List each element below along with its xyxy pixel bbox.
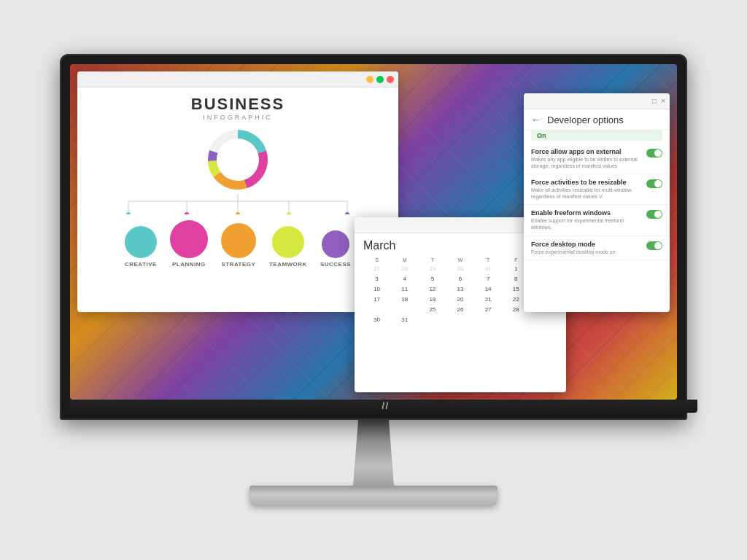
dev-options-header: ← Developer options: [524, 109, 670, 131]
svg-point-14: [185, 212, 189, 214]
svg-point-17: [345, 212, 349, 214]
dev-option-2-text: Force activities to be resizable Make al…: [531, 179, 643, 200]
cal-day-14[interactable]: 14: [475, 284, 502, 294]
cal-day-13[interactable]: 13: [446, 284, 473, 294]
cal-day-25[interactable]: 25: [419, 305, 446, 314]
cal-day-17[interactable]: 17: [363, 295, 390, 304]
infographic-subtitle: INFOGRAPHIC: [191, 114, 285, 121]
dev-option-2-toggle[interactable]: [646, 179, 662, 188]
infographic-main-title: BUSINESS: [191, 95, 285, 114]
cal-day-20[interactable]: 20: [446, 295, 473, 304]
cal-day-4[interactable]: 4: [391, 274, 418, 284]
svg-point-15: [236, 212, 240, 214]
bubble-teamwork: TEAMWORK: [269, 226, 307, 268]
cal-day-12[interactable]: 12: [419, 284, 446, 294]
dev-option-4-toggle[interactable]: [646, 241, 662, 250]
svg-point-16: [287, 212, 291, 214]
bubble-circle-creative: [125, 226, 157, 258]
donut-chart: [205, 127, 271, 192]
close-button[interactable]: [387, 76, 394, 83]
dev-option-1-toggle[interactable]: [646, 149, 662, 158]
bubble-planning: PLANNING: [170, 220, 208, 268]
dev-option-4-text: Force desktop mode Force experimental de…: [531, 241, 643, 255]
dev-option-1-title: Force allow apps on external: [531, 148, 643, 155]
cal-day-19[interactable]: 19: [419, 295, 446, 304]
infographic-titlebar: [77, 71, 398, 88]
minimize-button[interactable]: [366, 76, 374, 83]
cal-day-27[interactable]: 27: [475, 305, 502, 314]
dev-options-title: Developer options: [547, 114, 624, 125]
cal-day-30[interactable]: 30: [363, 315, 390, 324]
cal-day-11[interactable]: 11: [391, 284, 418, 294]
dev-status-badge: On: [531, 131, 662, 141]
cal-day-31[interactable]: 31: [391, 315, 418, 324]
bubble-label-teamwork: TEAMWORK: [269, 261, 307, 268]
cal-day-7[interactable]: 7: [475, 274, 502, 284]
bubble-label-creative: CREATIVE: [125, 261, 157, 268]
bubble-circle-planning: [170, 220, 208, 258]
cal-day-24-space: [391, 305, 418, 314]
dev-option-2: Force activities to be resizable Make al…: [524, 174, 670, 205]
cal-header-w: W: [446, 257, 473, 263]
dev-option-1-desc: Makes any app eligible to be written to …: [531, 156, 643, 169]
monitor-body: BUSINESS INFOGRAPHIC: [60, 54, 687, 420]
cal-day-5[interactable]: 5: [419, 274, 446, 284]
dev-options-titlebar: □ ×: [524, 93, 670, 109]
svg-point-13: [126, 212, 131, 214]
cal-day-6[interactable]: 6: [446, 274, 473, 284]
dev-option-3-text: Enable freeform windows Enable support f…: [531, 209, 643, 230]
cal-day-18[interactable]: 18: [391, 295, 418, 304]
bubble-label-planning: PLANNING: [172, 261, 206, 268]
hp-logo: ⌇⌇: [380, 401, 387, 411]
dev-close-icon[interactable]: ×: [661, 97, 665, 105]
bubble-label-strategy: STRATEGY: [221, 261, 255, 268]
dev-option-3-toggle[interactable]: [646, 210, 662, 219]
cal-day-26[interactable]: 26: [446, 305, 473, 314]
screen: BUSINESS INFOGRAPHIC: [70, 64, 677, 400]
dev-option-4-title: Force desktop mode: [531, 241, 643, 248]
bubble-circle-teamwork: [272, 226, 304, 258]
bubble-circle-strategy: [221, 223, 256, 258]
dev-option-2-desc: Make all activities resizable for multi-…: [531, 187, 643, 200]
monitor: BUSINESS INFOGRAPHIC: [45, 54, 702, 506]
bubble-success: SUCCESS: [320, 230, 351, 268]
cal-day-10[interactable]: 10: [363, 284, 390, 294]
maximize-button[interactable]: [376, 76, 384, 83]
cal-header-t2: T: [475, 257, 502, 263]
cal-day-21[interactable]: 21: [475, 295, 502, 304]
tree-lines: [99, 194, 376, 214]
dev-option-4: Force desktop mode Force experimental de…: [524, 236, 670, 260]
dev-option-3-title: Enable freeform windows: [531, 209, 643, 217]
dev-minimize-icon[interactable]: □: [652, 97, 657, 105]
bubble-label-success: SUCCESS: [320, 261, 351, 268]
cal-day-prev-29[interactable]: 29: [419, 264, 446, 273]
bubble-circle-success: [322, 230, 349, 258]
dev-option-1-text: Force allow apps on external Makes any a…: [531, 148, 643, 169]
developer-options-panel[interactable]: □ × ← Developer options On Force allow a…: [524, 93, 670, 312]
dev-option-2-title: Force activities to be resizable: [531, 179, 643, 186]
dev-option-4-desc: Force experimental desktop mode on: [531, 249, 643, 255]
dev-option-3-desc: Enable support for experimental freeform…: [531, 217, 643, 230]
bubble-strategy: STRATEGY: [221, 223, 256, 268]
cal-header-m: M: [391, 257, 418, 263]
cal-day-3[interactable]: 3: [363, 274, 390, 284]
cal-day-prev-31[interactable]: 31: [475, 264, 502, 273]
infographic-title: BUSINESS INFOGRAPHIC: [191, 95, 285, 121]
monitor-stand-neck: [348, 420, 399, 486]
monitor-chin: ⌇⌇: [70, 400, 697, 413]
cal-day-prev-27[interactable]: 27: [363, 264, 390, 273]
cal-header-s1: S: [363, 257, 390, 263]
infographic-content: BUSINESS INFOGRAPHIC: [77, 88, 398, 312]
infographic-window[interactable]: BUSINESS INFOGRAPHIC: [77, 71, 398, 312]
monitor-stand-base: [249, 486, 498, 506]
cal-header-t1: T: [419, 257, 446, 263]
cal-day-prev-28[interactable]: 28: [391, 264, 418, 273]
bubbles-row: CREATIVE PLANNING STRATEGY TEAMWORK: [125, 220, 351, 268]
back-arrow-icon[interactable]: ←: [531, 114, 541, 125]
bubble-creative: CREATIVE: [125, 226, 157, 268]
dev-option-3: Enable freeform windows Enable support f…: [524, 205, 670, 236]
cal-day-prev-30[interactable]: 30: [446, 264, 473, 273]
dev-option-1: Force allow apps on external Makes any a…: [524, 144, 670, 174]
